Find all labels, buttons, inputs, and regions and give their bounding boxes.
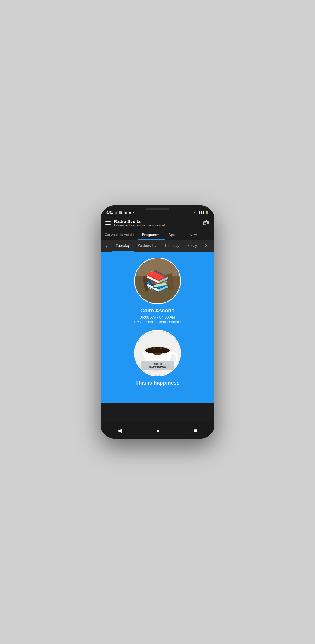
- status-left: 8:51 ⚙ 🔄 ▣ ◉ ●: [106, 211, 134, 214]
- header-left: Radio Svolta La vera svolta è sempre con…: [105, 219, 164, 227]
- signal-bars-icon: ▐▐▐: [198, 211, 204, 214]
- svg-line-13: [153, 284, 157, 285]
- program-time-1: 06:00 AM - 07:00 AM: [140, 315, 175, 319]
- app-header: Radio Svolta La vera svolta è sempre con…: [101, 217, 214, 230]
- program-host-1: Responsabile: Dario Pontuale: [134, 320, 181, 324]
- battery-icon: 🔋: [205, 211, 209, 214]
- tab-speaker[interactable]: Speaker: [164, 230, 186, 240]
- nav-tabs: Canzoni più votate Programmi Speaker New…: [101, 230, 214, 240]
- day-tabs: y Tuesday Wednesday Thursday Friday Sa: [101, 240, 214, 252]
- speaker-bar: [146, 208, 169, 210]
- day-tab-friday[interactable]: Friday: [183, 240, 201, 252]
- signal-icon: ◉: [129, 211, 131, 214]
- hamburger-icon[interactable]: [105, 221, 111, 225]
- status-bar: 8:51 ⚙ 🔄 ▣ ◉ ● ▼ ▐▐▐ 🔋: [101, 205, 214, 217]
- program-title-2: This is happiness: [135, 380, 179, 386]
- svg-rect-7: [149, 274, 156, 291]
- svg-rect-9: [162, 275, 169, 290]
- books-image: [135, 258, 180, 303]
- svg-point-22: [153, 347, 155, 349]
- nav-bar: ◀ ● ■: [101, 422, 214, 439]
- main-content: Colto Ascolto 06:00 AM - 07:00 AM Respon…: [101, 252, 214, 403]
- program-image-2: THIS IS HAPPINESS: [134, 330, 181, 376]
- day-tab-y[interactable]: y: [102, 240, 112, 252]
- tab-news[interactable]: News: [186, 230, 202, 240]
- day-tab-sa[interactable]: Sa: [201, 240, 214, 252]
- status-right: ▼ ▐▐▐ 🔋: [193, 211, 209, 214]
- settings-icon: ⚙: [115, 211, 117, 214]
- header-title-block: Radio Svolta La vera svolta è sempre con…: [114, 219, 164, 227]
- back-button[interactable]: ◀: [112, 426, 128, 435]
- sync-icon: 🔄: [119, 211, 123, 214]
- svg-text:HAPPINESS: HAPPINESS: [149, 366, 166, 369]
- svg-rect-5: [135, 276, 180, 303]
- day-tab-tuesday[interactable]: Tuesday: [112, 240, 134, 252]
- program-image-1: [134, 258, 181, 304]
- day-tab-wednesday[interactable]: Wednesday: [134, 240, 160, 252]
- svg-point-1: [204, 223, 206, 224]
- radio-icon: [203, 219, 210, 227]
- phone-screen: 8:51 ⚙ 🔄 ▣ ◉ ● ▼ ▐▐▐ 🔋: [101, 205, 214, 439]
- svg-line-14: [153, 285, 157, 286]
- hamburger-line-2: [105, 223, 111, 223]
- wifi-icon: ▼: [193, 211, 197, 214]
- sdcard-icon: ▣: [124, 211, 127, 214]
- tab-canzoni[interactable]: Canzoni più votate: [101, 230, 138, 240]
- phone-device: 8:51 ⚙ 🔄 ▣ ◉ ● ▼ ▐▐▐ 🔋: [101, 205, 214, 439]
- svg-text:THIS IS: THIS IS: [152, 362, 163, 365]
- home-button[interactable]: ●: [150, 426, 165, 435]
- svg-line-15: [157, 284, 161, 285]
- hamburger-line-1: [105, 221, 111, 222]
- program-card-2[interactable]: THIS IS HAPPINESS This is happiness: [105, 330, 210, 386]
- svg-rect-17: [150, 270, 156, 278]
- app-subtitle: La vera svolta è sempre con la musica!: [114, 224, 164, 227]
- program-title-1: Colto Ascolto: [141, 308, 174, 314]
- tab-programmi[interactable]: Programmi: [138, 230, 164, 240]
- svg-point-11: [148, 282, 166, 290]
- svg-rect-8: [155, 273, 162, 291]
- status-time: 8:51: [106, 211, 113, 214]
- day-tab-thursday[interactable]: Thursday: [160, 240, 183, 252]
- app-title: Radio Svolta: [114, 219, 164, 224]
- recent-button[interactable]: ■: [188, 426, 203, 435]
- dot-icon: ●: [133, 211, 134, 214]
- svg-line-16: [157, 285, 161, 286]
- svg-point-23: [160, 347, 162, 349]
- hamburger-line-3: [105, 224, 111, 225]
- program-card-1[interactable]: Colto Ascolto 06:00 AM - 07:00 AM Respon…: [105, 258, 210, 324]
